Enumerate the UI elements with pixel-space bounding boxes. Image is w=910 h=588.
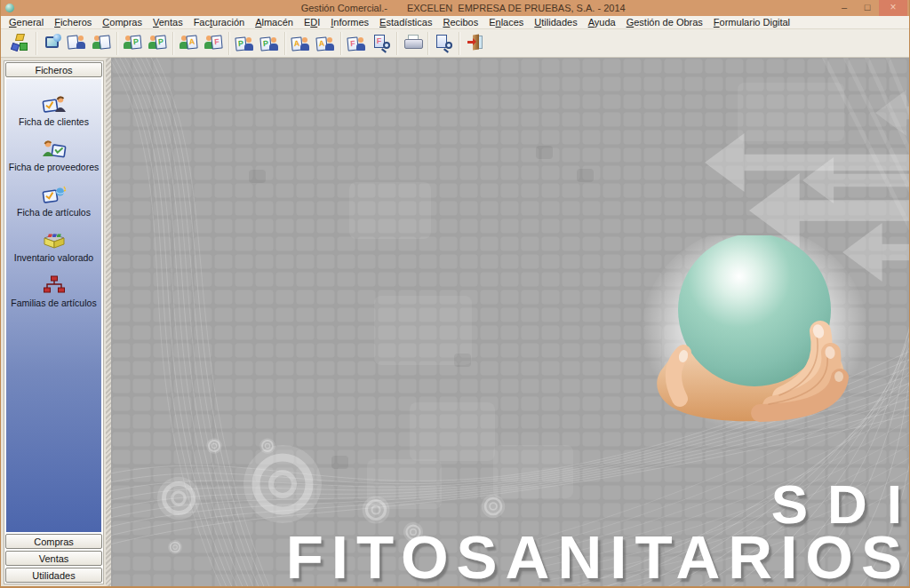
toolbar-supplier-orders-button[interactable]: P [257,31,282,56]
bg-arrow-tail [906,107,909,120]
window-title: Gestión Comercial.-EXCELEN EMPRESA DE PR… [1,0,909,24]
toolbar-exit-button[interactable] [462,31,487,56]
toolbar-separator [284,32,285,55]
cubes-icon [12,34,29,53]
app-window: Gestión Comercial.-EXCELEN EMPRESA DE PR… [0,0,910,588]
sidebar: Ficheros Ficha de clientesFicha de prove… [1,58,106,586]
doc-person-icon: P [235,36,253,51]
sidebar-item-label: Ficha de proveedores [6,162,101,172]
bg-light-patch [410,402,495,461]
sidebar-item-ficha-de-articulos[interactable]: Ficha de artículos [6,182,101,218]
sidebar-item-label: Ficha de artículos [6,207,101,218]
toolbar-client-budgets-button[interactable]: P [120,31,145,56]
bg-dark-tile [536,146,553,159]
sidebar-panel: Ficheros Ficha de clientesFicha de prove… [4,60,104,584]
bg-dark-tile [331,456,348,469]
toolbar-supplier-delivery-notes-button[interactable]: A [288,31,313,56]
sidebar-footer: ComprasVentasUtilidades [4,533,103,584]
card-person-icon [6,91,101,115]
doc-person-icon: P [260,36,278,51]
sidebar-group-ficheros[interactable]: Ficheros [5,62,102,77]
bg-arrow-tail [834,174,909,187]
doc-person-icon: A [291,36,309,51]
printer-icon [404,35,421,52]
toolbar-client-orders-button[interactable]: P [145,31,170,56]
toolbar-separator [340,32,341,55]
app-body: Ficheros Ficha de clientesFicha de prove… [1,58,909,586]
sidebar-group-ventas[interactable]: Ventas [5,551,102,566]
brand-line-fitosanitarios: FITOSANITARIOS [286,529,909,585]
toolbar-clients-file-button[interactable] [64,31,89,56]
monitor-icon [45,36,59,51]
person-doc-icon: F [204,36,222,52]
bg-light-patch [374,296,472,365]
org-chart-icon [6,273,101,296]
sidebar-item-label: Familias de artículos [6,298,101,308]
toolbar-separator [459,32,459,55]
app-sphere-icon [5,4,14,12]
person-doc-icon [92,36,110,52]
person-card-icon [6,137,101,160]
toolbar-print-button[interactable] [400,31,425,56]
toolbar-separator [36,32,36,55]
doc-person-icon [68,36,85,52]
bg-arrow-tail [800,200,909,221]
toolbar-separator [172,32,173,55]
sidebar-item-inventario-valorado[interactable]: Inventario valorado [6,227,101,263]
sidebar-group-compras[interactable]: Compras [5,534,102,549]
toolbar-terminal-button[interactable] [39,31,64,56]
toolbar-suppliers-file-button[interactable] [89,31,114,56]
toolbar-separator [427,32,428,55]
doc-person-icon: A [316,36,334,51]
toolbar-client-invoices-button[interactable]: F [201,31,226,56]
close-button[interactable]: × [879,0,907,16]
bg-light-patch [349,182,431,239]
person-doc-icon: P [148,36,166,52]
toolbar-separator [396,32,397,55]
search-doc-icon: F [374,35,389,52]
window-title-company: EXCELEN EMPRESA DE PRUEBAS, S.A. - 2014 [407,3,626,13]
toolbar-search-button[interactable] [431,31,456,56]
bg-light-patch [738,83,844,141]
toolbar-supplier-delivery-notes-2-button[interactable]: A [313,31,338,56]
toolbar-supplier-budgets-button[interactable]: P [232,31,257,56]
sidebar-item-label: Ficha de clientes [6,116,101,127]
main-area: SDI FITOSANITARIOS [111,58,909,586]
sidebar-items: Ficha de clientesFicha de proveedoresFic… [5,78,102,533]
sidebar-item-ficha-de-proveedores[interactable]: Ficha de proveedores [6,137,101,172]
bg-dark-tile [249,170,266,183]
person-doc-icon: A [180,36,197,52]
brand-text: SDI FITOSANITARIOS [286,479,904,586]
bg-arrow-tail [882,244,909,260]
sidebar-group-utilidades[interactable]: Utilidades [5,568,102,583]
exit-icon [467,35,483,52]
brand-line-sdi: SDI [286,479,909,529]
sidebar-item-label: Inventario valorado [6,252,101,263]
toolbar-search-invoices-button[interactable]: F [369,31,394,56]
minimize-button[interactable]: – [833,0,856,16]
toolbar-separator [116,32,117,55]
person-doc-icon: P [124,36,141,52]
doc-person-icon: F [347,36,365,51]
toolbar-client-delivery-notes-button[interactable]: A [176,31,201,56]
toolbar-modules-button[interactable] [8,31,33,56]
window-title-app: Gestión Comercial.- [301,3,387,13]
window-controls: – □ × [833,0,907,16]
sidebar-item-ficha-de-clientes[interactable]: Ficha de clientes [6,91,101,127]
card-globe-icon [6,182,101,205]
toolbar-separator [228,32,229,55]
bg-dark-tile [577,169,594,182]
maximize-button[interactable]: □ [856,0,879,16]
boxes-icon [6,227,101,250]
sidebar-item-familias-de-articulos[interactable]: Familias de artículos [6,273,101,308]
toolbar-supplier-invoices-button[interactable]: F [344,31,369,56]
title-bar: Gestión Comercial.-EXCELEN EMPRESA DE PR… [1,0,909,16]
hand-sphere-art [639,235,870,440]
toolbar: PPAFPPAAFF [1,29,909,58]
search-doc-icon [436,35,451,52]
